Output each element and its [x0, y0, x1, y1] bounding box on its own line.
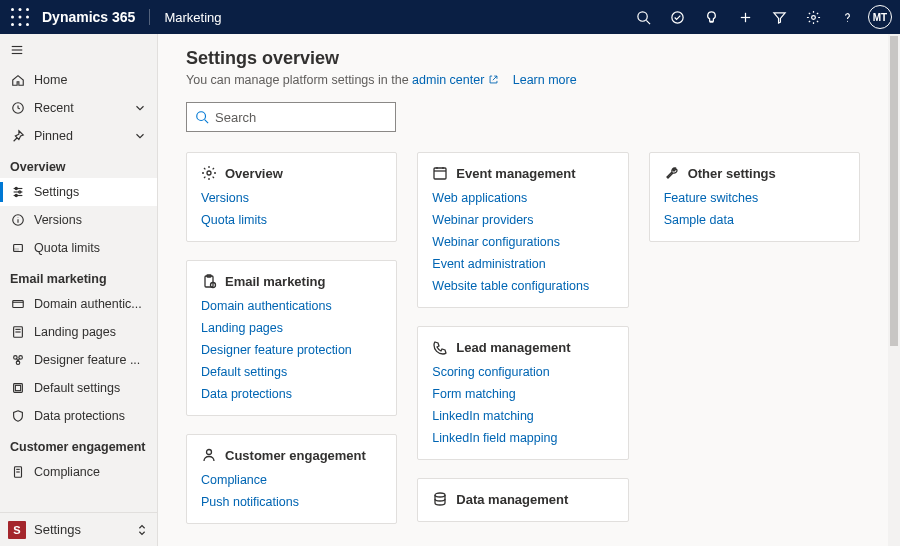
sidebar-item-landing[interactable]: Landing pages — [0, 318, 157, 346]
sidebar-item-label: Recent — [34, 101, 133, 115]
card-link[interactable]: Sample data — [664, 213, 845, 227]
card-link[interactable]: LinkedIn field mapping — [432, 431, 613, 445]
module-link[interactable]: Marketing — [164, 10, 221, 25]
sidebar-item-label: Data protections — [34, 409, 147, 423]
card-link[interactable]: Versions — [201, 191, 382, 205]
quota-icon — [10, 240, 26, 256]
svg-point-45 — [207, 171, 211, 175]
wrench-icon — [664, 165, 680, 181]
sidebar-item-label: Designer feature ... — [34, 353, 147, 367]
external-link-icon — [488, 74, 499, 88]
search-field[interactable] — [215, 110, 387, 125]
svg-rect-30 — [14, 248, 19, 252]
lightbulb-icon[interactable] — [694, 0, 728, 34]
brand-link[interactable]: Dynamics 365 — [42, 9, 135, 25]
filter-icon[interactable] — [762, 0, 796, 34]
svg-point-54 — [435, 493, 445, 497]
topbar: Dynamics 365 Marketing MT — [0, 0, 900, 34]
search-input[interactable] — [186, 102, 396, 132]
sidebar-group-overview: Overview — [0, 150, 157, 178]
search-icon[interactable] — [626, 0, 660, 34]
svg-rect-31 — [13, 301, 24, 308]
sidebar-item-label: Quota limits — [34, 241, 147, 255]
card-columns: Overview Versions Quota limits Email mar… — [186, 152, 860, 524]
admin-center-link[interactable]: admin center — [412, 73, 484, 87]
card-link[interactable]: Form matching — [432, 387, 613, 401]
plus-icon[interactable] — [728, 0, 762, 34]
sidebar-item-versions[interactable]: Versions — [0, 206, 157, 234]
card-title: Lead management — [456, 340, 570, 355]
sidebar-item-home[interactable]: Home — [0, 66, 157, 94]
domain-icon — [10, 296, 26, 312]
card-link[interactable]: Domain authentications — [201, 299, 382, 313]
svg-line-44 — [205, 120, 209, 124]
person-icon — [201, 447, 217, 463]
gear-icon[interactable] — [796, 0, 830, 34]
svg-point-2 — [26, 8, 29, 11]
card-email: Email marketing Domain authentications L… — [186, 260, 397, 416]
svg-point-5 — [26, 16, 29, 19]
card-link[interactable]: Push notifications — [201, 495, 382, 509]
sidebar-group-customer: Customer engagement — [0, 430, 157, 458]
sidebar-item-pinned[interactable]: Pinned — [0, 122, 157, 150]
chevron-down-icon — [133, 129, 147, 143]
card-link[interactable]: Website table configurations — [432, 279, 613, 293]
clipboard-icon — [201, 273, 217, 289]
area-label: Settings — [34, 522, 135, 537]
sidebar-item-compliance[interactable]: Compliance — [0, 458, 157, 486]
subtitle-text: You can manage platform settings in the — [186, 73, 412, 87]
svg-line-10 — [646, 20, 650, 24]
sidebar-item-label: Compliance — [34, 465, 147, 479]
svg-point-15 — [846, 20, 847, 21]
pin-icon — [10, 128, 26, 144]
sidebar-item-default[interactable]: Default settings — [0, 374, 157, 402]
card-event: Event management Web applications Webina… — [417, 152, 628, 308]
task-icon[interactable] — [660, 0, 694, 34]
page-icon — [10, 324, 26, 340]
sidebar-item-dataprot[interactable]: Data protections — [0, 402, 157, 430]
card-link[interactable]: Designer feature protection — [201, 343, 382, 357]
svg-point-7 — [19, 23, 22, 26]
card-title: Customer engagement — [225, 448, 366, 463]
card-title: Overview — [225, 166, 283, 181]
area-badge: S — [8, 521, 26, 539]
help-icon[interactable] — [830, 0, 864, 34]
avatar[interactable]: MT — [868, 5, 892, 29]
svg-point-49 — [207, 450, 212, 455]
designer-icon — [10, 352, 26, 368]
svg-point-3 — [11, 16, 14, 19]
card-title: Other settings — [688, 166, 776, 181]
card-link[interactable]: Webinar providers — [432, 213, 613, 227]
card-link[interactable]: Default settings — [201, 365, 382, 379]
svg-point-8 — [26, 23, 29, 26]
sidebar-item-domain[interactable]: Domain authentic... — [0, 290, 157, 318]
card-link[interactable]: Event administration — [432, 257, 613, 271]
card-link[interactable]: Landing pages — [201, 321, 382, 335]
card-link[interactable]: Feature switches — [664, 191, 845, 205]
card-link[interactable]: Web applications — [432, 191, 613, 205]
sidebar-item-label: Versions — [34, 213, 147, 227]
sidebar-item-recent[interactable]: Recent — [0, 94, 157, 122]
card-link[interactable]: LinkedIn matching — [432, 409, 613, 423]
sliders-icon — [10, 184, 26, 200]
card-link[interactable]: Quota limits — [201, 213, 382, 227]
sidebar-item-designer[interactable]: Designer feature ... — [0, 346, 157, 374]
content: Settings overview You can manage platfor… — [158, 34, 888, 546]
shield-icon — [10, 408, 26, 424]
card-link[interactable]: Data protections — [201, 387, 382, 401]
hamburger-icon[interactable] — [0, 34, 157, 66]
area-switcher[interactable]: S Settings — [0, 512, 157, 546]
card-link[interactable]: Scoring configuration — [432, 365, 613, 379]
card-link[interactable]: Compliance — [201, 473, 382, 487]
sidebar-item-quota[interactable]: Quota limits — [0, 234, 157, 262]
sidebar-item-settings[interactable]: Settings — [0, 178, 157, 206]
scrollbar-thumb[interactable] — [890, 36, 898, 346]
svg-point-6 — [11, 23, 14, 26]
main: Settings overview You can manage platfor… — [158, 34, 900, 546]
learn-more-link[interactable]: Learn more — [513, 73, 577, 87]
app-launcher-icon[interactable] — [8, 5, 32, 29]
sidebar-item-label: Default settings — [34, 381, 147, 395]
card-link[interactable]: Webinar configurations — [432, 235, 613, 249]
scrollbar[interactable] — [888, 34, 900, 546]
compliance-icon — [10, 464, 26, 480]
